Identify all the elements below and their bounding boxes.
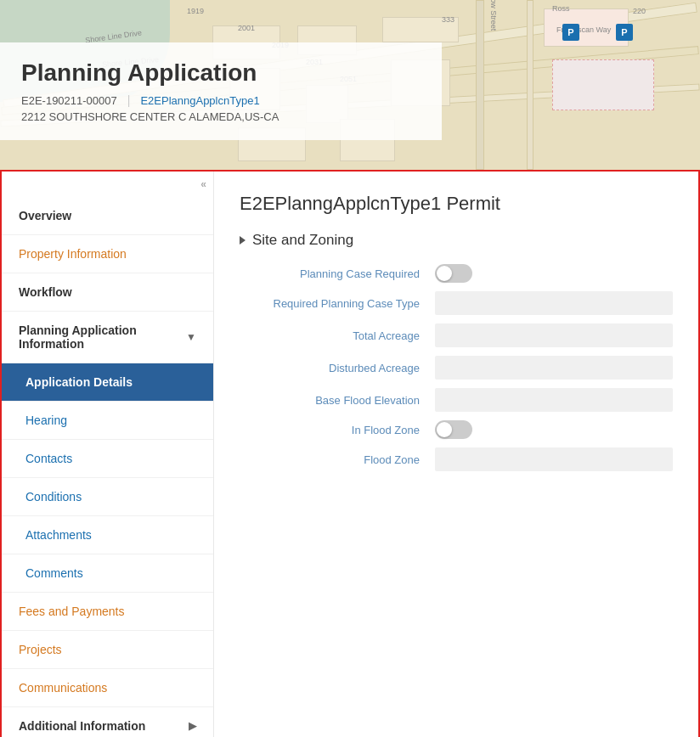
label-flood-zone: Flood Zone (240, 453, 426, 466)
sidebar-item-planning-application-information[interactable]: Planning Application Information ▼ (2, 312, 213, 363)
sidebar-item-overview[interactable]: Overview (2, 197, 213, 235)
section-collapse-icon[interactable] (240, 236, 246, 245)
sidebar-item-additional-information[interactable]: Additional Information ▶ (2, 707, 213, 737)
map-header: Shore Line Drive Shore Line Drive 1919 2… (0, 0, 700, 170)
main-layout: « Overview Property Information Workflow… (0, 170, 700, 737)
field-flood-zone: Flood Zone (240, 447, 673, 471)
application-address: 2212 SOUTHSHORE CENTER C ALAMEDA,US-CA (21, 110, 421, 123)
sidebar-item-property-information[interactable]: Property Information (2, 235, 213, 273)
input-base-flood-elevation[interactable] (435, 388, 673, 412)
section-header: Site and Zoning (240, 232, 673, 249)
form-area: E2EPlanngApplcnType1 Permit Site and Zon… (214, 172, 698, 737)
input-disturbed-acreage[interactable] (435, 356, 673, 380)
sidebar-item-workflow[interactable]: Workflow (2, 273, 213, 312)
label-planning-case-required: Planning Case Required (240, 267, 426, 280)
header-info-panel: Planning Application E2E-190211-00007 | … (0, 42, 442, 140)
input-total-acreage[interactable] (435, 323, 673, 347)
sidebar-item-contacts[interactable]: Contacts (2, 440, 213, 478)
sidebar-item-communications[interactable]: Communications (2, 669, 213, 707)
field-total-acreage: Total Acreage (240, 323, 673, 347)
sidebar-item-fees-and-payments[interactable]: Fees and Payments (2, 593, 213, 631)
chevron-right-icon: ▶ (189, 720, 196, 732)
permit-title: E2EPlanngApplcnType1 Permit (240, 193, 673, 215)
sidebar-item-conditions[interactable]: Conditions (2, 478, 213, 516)
field-planning-case-required: Planning Case Required (240, 264, 673, 283)
chevron-down-icon: ▼ (186, 331, 196, 343)
field-required-planning-case-type: Required Planning Case Type (240, 291, 673, 315)
label-total-acreage: Total Acreage (240, 329, 426, 342)
field-base-flood-elevation: Base Flood Elevation (240, 388, 673, 412)
label-disturbed-acreage: Disturbed Acreage (240, 362, 426, 374)
toggle-planning-case-required[interactable] (435, 264, 472, 283)
toggle-in-flood-zone[interactable] (435, 420, 472, 439)
section-title: Site and Zoning (252, 232, 353, 249)
input-required-planning-case-type[interactable] (435, 291, 673, 315)
application-id: E2E-190211-00007 (21, 94, 117, 107)
input-flood-zone[interactable] (435, 447, 673, 471)
sidebar-item-application-details[interactable]: Application Details (2, 363, 213, 402)
label-required-planning-case-type: Required Planning Case Type (240, 297, 426, 310)
label-base-flood-elevation: Base Flood Elevation (240, 394, 426, 407)
label-in-flood-zone: In Flood Zone (240, 424, 426, 436)
sidebar-item-attachments[interactable]: Attachments (2, 516, 213, 554)
application-type-link[interactable]: E2EPlanngApplcnType1 (140, 94, 259, 107)
page-title: Planning Application (21, 59, 421, 87)
sidebar-item-comments[interactable]: Comments (2, 554, 213, 593)
sidebar: « Overview Property Information Workflow… (2, 172, 214, 737)
field-in-flood-zone: In Flood Zone (240, 420, 673, 439)
sidebar-item-hearing[interactable]: Hearing (2, 402, 213, 440)
sidebar-collapse-button[interactable]: « (200, 178, 206, 190)
field-disturbed-acreage: Disturbed Acreage (240, 356, 673, 380)
sidebar-item-projects[interactable]: Projects (2, 631, 213, 669)
